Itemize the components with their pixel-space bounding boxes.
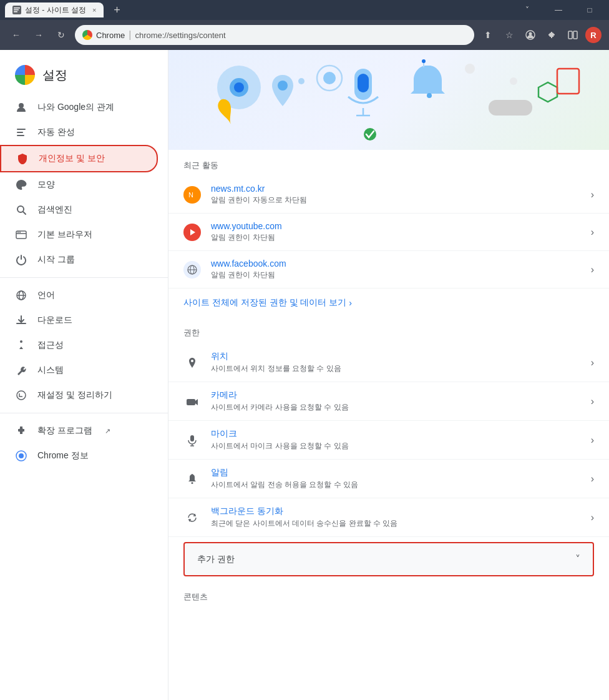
sidebar: 설정 나와 Google의 관계 자동 완성 개인정보 및 보안 모양 [0,50,168,700]
perm-text-location: 위치 사이트에서 위치 정보를 요청할 수 있음 [211,351,581,374]
svg-rect-57 [190,435,194,441]
settings-title: 설정 [42,67,67,84]
perm-text-background-sync: 백그라운드 동기화 최근에 닫은 사이트에서 데이터 송수신을 완료할 수 있음 [211,506,581,529]
external-link-icon: ↗ [105,427,110,435]
reset-icon [15,389,27,402]
extra-permissions-label: 추가 권한 [197,554,235,565]
bookmark-button[interactable]: ☆ [500,26,518,44]
puzzle-icon [15,425,27,437]
permission-item-microphone[interactable]: 마이크 사이트에서 마이크 사용을 요청할 수 있음 › [168,421,609,460]
svg-point-13 [20,182,22,184]
new-tab-button[interactable]: + [109,2,125,18]
extensions-button[interactable] [543,26,560,44]
permission-item-location[interactable]: 위치 사이트에서 위치 정보를 요청할 수 있음 › [168,343,609,382]
back-button[interactable]: ← [7,26,25,44]
site-desc-news: 알림 권한이 자동으로 차단됨 [211,195,581,205]
profile-avatar[interactable]: R [585,27,602,43]
tab-favicon [12,6,21,14]
sidebar-item-browser[interactable]: 기본 브라우저 [0,222,158,247]
sidebar-item-system[interactable]: 시스템 [0,358,158,383]
svg-point-45 [323,72,336,84]
svg-point-21 [19,232,21,233]
share-button[interactable]: ⬆ [479,26,497,44]
sidebar-item-appearance[interactable]: 모양 [0,172,158,197]
sidebar-label-startup: 시작 그룹 [37,254,75,265]
site-icon-youtube [183,224,201,241]
permission-item-notifications[interactable]: 알림 사이트에서 알림 전송 허용을 요청할 수 있음 › [168,460,609,498]
sidebar-label-search: 검색엔진 [37,204,72,215]
view-all-link[interactable]: 사이트 전체에 저장된 권한 및 데이터 보기 › [168,288,609,317]
list-item-text-youtube: www.youtube.com 알림 권한이 차단됨 [211,221,581,243]
list-item[interactable]: www.youtube.com 알림 권한이 차단됨 › [168,214,609,251]
site-title-youtube: www.youtube.com [211,221,581,231]
sidebar-item-reset[interactable]: 재설정 및 정리하기 [0,383,158,408]
sidebar-item-search[interactable]: 검색엔진 [0,197,158,222]
sidebar-item-extensions[interactable]: 확장 프로그램 ↗ [0,418,158,443]
download-icon [15,314,27,327]
contents-section-label: 콘텐츠 [168,581,609,608]
person-icon [15,101,27,114]
reload-button[interactable]: ↻ [52,26,70,44]
chevron-right-icon: › [591,227,594,238]
sidebar-item-autofill[interactable]: 자동 완성 [0,120,158,145]
extra-permissions-section[interactable]: 추가 권한 ˅ [183,542,594,576]
title-bar-left: 설정 - 사이트 설정 × + [5,2,125,18]
chevron-right-icon: › [591,473,594,485]
sidebar-label-browser: 기본 브라우저 [37,229,92,240]
svg-rect-34 [358,74,369,92]
split-view-button[interactable] [564,26,582,44]
sidebar-item-accessibility[interactable]: 접근성 [0,333,158,358]
forward-button[interactable]: → [30,26,47,44]
sidebar-label-downloads: 다운로드 [37,315,72,326]
tab-close-button[interactable]: × [92,6,96,14]
perm-title-camera: 카메라 [211,390,581,401]
browser-tab[interactable]: 설정 - 사이트 설정 × [5,2,104,17]
sidebar-label-appearance: 모양 [37,179,55,190]
address-bar: ← → ↻ Chrome | chrome://settings/content… [0,20,609,50]
sidebar-item-google[interactable]: 나와 Google의 관계 [0,95,158,120]
svg-marker-56 [195,399,198,405]
permission-item-background-sync[interactable]: 백그라운드 동기화 최근에 닫은 사이트에서 데이터 송수신을 완료할 수 있음… [168,498,609,537]
svg-point-5 [529,32,532,36]
profile-options-button[interactable] [522,26,539,44]
sidebar-label-autofill: 자동 완성 [37,127,75,138]
sidebar-item-startup[interactable]: 시작 그룹 [0,247,158,272]
site-title-news: news.mt.co.kr [211,184,581,194]
perm-sub-notifications: 사이트에서 알림 전송 허용을 요청할 수 있음 [211,480,581,490]
perm-sub-camera: 사이트에서 카메라 사용을 요청할 수 있음 [211,402,581,413]
list-item[interactable]: N news.mt.co.kr 알림 권한이 자동으로 차단됨 › [168,176,609,214]
perm-sub-location: 사이트에서 위치 정보를 요청할 수 있음 [211,363,581,374]
hero-illustration [168,50,609,150]
chevron-right-icon: › [591,512,594,523]
svg-rect-10 [17,132,23,133]
extra-permissions-inner[interactable]: 추가 권한 ˅ [185,543,593,575]
globe-icon [15,289,27,302]
site-desc-youtube: 알림 권한이 차단됨 [211,232,581,243]
sidebar-item-privacy[interactable]: 개인정보 및 보안 [0,145,158,172]
sidebar-item-about[interactable]: Chrome 정보 [0,443,158,468]
search-icon [15,204,27,216]
maximize-button[interactable]: □ [575,0,604,20]
svg-marker-42 [538,82,557,102]
chevron-button[interactable]: ˅ [513,0,542,20]
sidebar-item-language[interactable]: 언어 [0,283,158,308]
sidebar-item-downloads[interactable]: 다운로드 [0,308,158,333]
site-desc-facebook: 알림 권한이 차단됨 [211,270,581,280]
permission-item-camera[interactable]: 카메라 사이트에서 카메라 사용을 요청할 수 있음 › [168,382,609,421]
svg-point-37 [427,93,432,98]
svg-point-40 [278,81,288,91]
chevron-right-icon: › [591,435,594,446]
palette-icon [15,179,27,191]
minimize-button[interactable]: — [544,0,573,20]
title-bar: 설정 - 사이트 설정 × + ˅ — □ [0,0,609,20]
microphone-icon [183,431,201,449]
address-input[interactable]: Chrome | chrome://settings/content [75,25,474,45]
location-icon [183,354,201,372]
sidebar-label-language: 언어 [37,290,55,301]
chevron-right-icon: › [591,396,594,407]
svg-point-29 [19,453,24,458]
list-item[interactable]: www.facebook.com 알림 권한이 차단됨 › [168,251,609,288]
svg-point-26 [20,340,22,343]
view-all-label: 사이트 전체에 저장된 권한 및 데이터 보기 [183,297,346,308]
address-divider: | [129,29,131,41]
